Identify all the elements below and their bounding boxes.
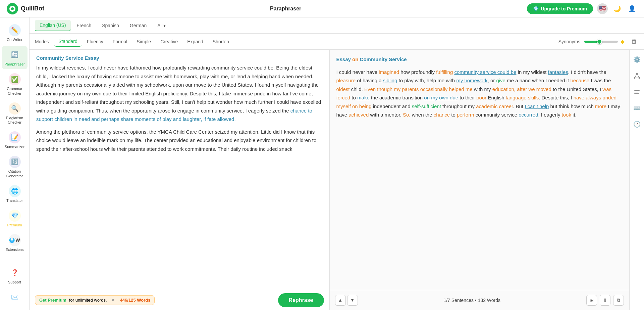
left-content-p2: Among the plethora of community service … bbox=[36, 128, 323, 153]
lang-tab-french[interactable]: French bbox=[72, 20, 96, 31]
left-panel-content[interactable]: In my wildest reveries, I could never ha… bbox=[30, 63, 329, 310]
sentence-word-count: 1/7 Sentences • 132 Words bbox=[443, 298, 500, 303]
left-panel-title: Community Service Essay bbox=[30, 50, 329, 63]
sidebar: ✏️ Co-Writer 🔄 Paraphraser ✅ Grammar Che… bbox=[0, 17, 30, 310]
premium-synonyms-icon: ◆ bbox=[621, 38, 625, 45]
sidebar-item-support[interactable]: ❓ Support bbox=[2, 264, 28, 287]
network-toolbar-button[interactable] bbox=[631, 70, 643, 82]
lang-tab-spanish[interactable]: Spanish bbox=[97, 20, 124, 31]
main-layout: ✏️ Co-Writer 🔄 Paraphraser ✅ Grammar Che… bbox=[0, 17, 644, 310]
grammar-checker-icon: ✅ bbox=[9, 73, 21, 85]
right-panel-title: Essay on Community Service bbox=[336, 55, 623, 64]
mode-tab-fluency[interactable]: Fluency bbox=[83, 37, 107, 46]
right-panel-content: Essay on Community Service I could never… bbox=[330, 50, 630, 310]
compare-button[interactable]: ⊞ bbox=[586, 295, 597, 306]
page-title: Paraphraser bbox=[270, 6, 301, 12]
diamond-icon: 💎 bbox=[533, 6, 539, 11]
chevron-down-icon: ▾ bbox=[163, 23, 166, 28]
premium-icon: 💎 bbox=[9, 210, 21, 222]
left-content-p1: In my wildest reveries, I could never ha… bbox=[36, 63, 323, 124]
paraphraser-icon: 🔄 bbox=[9, 49, 21, 61]
synonyms-slider[interactable] bbox=[584, 41, 618, 43]
text-icon bbox=[634, 89, 640, 95]
lang-tab-all[interactable]: All ▾ bbox=[153, 20, 170, 31]
highlight-chance: chance to support children in need and p… bbox=[36, 108, 312, 122]
svg-line-3 bbox=[635, 74, 637, 78]
mode-tab-formal[interactable]: Formal bbox=[109, 37, 131, 46]
summarizer-icon: 📝 bbox=[9, 131, 21, 143]
sidebar-item-extensions[interactable]: 🌐W Extensions bbox=[2, 231, 28, 255]
word-count-warning: Get Premium for unlimited words. ✕ 446/1… bbox=[35, 295, 155, 305]
mode-bar: Modes: Standard Fluency Formal Simple Cr… bbox=[30, 34, 644, 50]
unlimited-text: for unlimited words. bbox=[69, 298, 107, 303]
support-icon: ❓ bbox=[9, 267, 21, 279]
left-panel: Community Service Essay In my wildest re… bbox=[30, 50, 330, 310]
plagiarism-checker-icon: 🔍 bbox=[9, 102, 21, 115]
citation-generator-icon: 🔢 bbox=[9, 156, 21, 168]
mode-tab-shorten[interactable]: Shorten bbox=[209, 37, 233, 46]
dark-mode-button[interactable]: 🌙 bbox=[612, 3, 623, 14]
editor-panels: Community Service Essay In my wildest re… bbox=[30, 50, 644, 310]
right-content-paragraph: I could never have imagined how profound… bbox=[336, 68, 623, 119]
lang-tab-german[interactable]: German bbox=[125, 20, 152, 31]
sidebar-item-plagiarism-checker[interactable]: 🔍 Plagiarism Checker bbox=[2, 100, 28, 127]
sidebar-item-summarizer[interactable]: 📝 Summarizer bbox=[2, 129, 28, 152]
sidebar-item-grammar-checker[interactable]: ✅ Grammar Checker bbox=[2, 71, 28, 98]
settings-toolbar-button[interactable]: ⚙️ bbox=[631, 54, 643, 66]
co-writer-icon: ✏️ bbox=[9, 24, 21, 36]
copy-button[interactable]: ⧉ bbox=[613, 295, 624, 306]
right-toolbar: ⚙️ bbox=[629, 50, 644, 310]
mode-tab-standard[interactable]: Standard bbox=[54, 37, 82, 47]
upgrade-button[interactable]: 💎 Upgrade to Premium bbox=[527, 3, 593, 14]
content-area: English (US) French Spanish German All ▾… bbox=[30, 17, 644, 310]
sidebar-item-translator[interactable]: 🌐 Translator bbox=[2, 182, 28, 206]
download-button[interactable]: ⬇ bbox=[600, 295, 610, 306]
logo-text: QuillBot bbox=[21, 5, 44, 12]
text-toolbar-button[interactable] bbox=[631, 86, 643, 98]
svg-rect-6 bbox=[634, 90, 640, 91]
synonyms-label: Synonyms: bbox=[558, 39, 582, 44]
delete-button[interactable]: 🗑 bbox=[630, 37, 639, 46]
network-icon bbox=[633, 72, 641, 80]
mail-icon: ✉️ bbox=[9, 291, 21, 303]
mode-tab-simple[interactable]: Simple bbox=[132, 37, 155, 46]
logo[interactable]: QuillBot bbox=[7, 3, 44, 14]
sidebar-item-mail[interactable]: ✉️ bbox=[2, 289, 28, 306]
right-panel: Essay on Community Service I could never… bbox=[330, 50, 630, 310]
modes-label: Modes: bbox=[35, 39, 50, 44]
mode-tab-creative[interactable]: Creative bbox=[156, 37, 182, 46]
logo-icon bbox=[7, 3, 18, 14]
sidebar-item-co-writer[interactable]: ✏️ Co-Writer bbox=[2, 21, 28, 45]
right-panel-bottom-bar: ▲ ▼ 1/7 Sentences • 132 Words ⊞ ⬇ ⧉ bbox=[330, 290, 630, 310]
language-tabs: English (US) French Spanish German All ▾ bbox=[30, 17, 644, 34]
top-navigation: QuillBot Paraphraser 💎 Upgrade to Premiu… bbox=[0, 0, 644, 17]
word-count-display: 446/125 Words bbox=[120, 298, 151, 303]
get-premium-link[interactable]: Get Premium bbox=[39, 298, 66, 303]
lang-tab-english-us[interactable]: English (US) bbox=[35, 20, 71, 31]
translator-icon: 🌐 bbox=[9, 185, 21, 197]
sidebar-item-citation-generator[interactable]: 🔢 Citation Generator bbox=[2, 153, 28, 181]
sidebar-item-premium[interactable]: 💎 Premium bbox=[2, 207, 28, 230]
topnav-right: 💎 Upgrade to Premium 🇺🇸 🌙 👤 bbox=[527, 3, 637, 14]
synonyms-section: Synonyms: ◆ bbox=[558, 38, 625, 45]
sentence-nav-arrows: ▲ ▼ bbox=[335, 295, 358, 306]
left-panel-bottom-bar: Get Premium for unlimited words. ✕ 446/1… bbox=[30, 290, 329, 310]
mode-bar-actions: 🗑 bbox=[630, 37, 639, 46]
next-sentence-button[interactable]: ▼ bbox=[347, 295, 358, 306]
mode-tab-expand[interactable]: Expand bbox=[183, 37, 207, 46]
rephrase-button[interactable]: Rephrase bbox=[278, 293, 324, 307]
history-toolbar-button[interactable]: 🕐 bbox=[631, 118, 643, 130]
user-account-button[interactable]: 👤 bbox=[627, 3, 637, 14]
svg-rect-8 bbox=[634, 93, 639, 94]
extensions-icon: 🌐W bbox=[9, 234, 21, 246]
keyboard-toolbar-button[interactable]: ⌨️ bbox=[631, 102, 643, 114]
language-flag-button[interactable]: 🇺🇸 bbox=[597, 3, 608, 14]
close-warning-button[interactable]: ✕ bbox=[111, 298, 115, 303]
svg-line-4 bbox=[637, 74, 639, 78]
svg-rect-7 bbox=[634, 92, 638, 92]
right-panel-actions: ⊞ ⬇ ⧉ bbox=[586, 295, 624, 306]
prev-sentence-button[interactable]: ▲ bbox=[335, 295, 346, 306]
sidebar-item-paraphraser[interactable]: 🔄 Paraphraser bbox=[2, 46, 28, 69]
